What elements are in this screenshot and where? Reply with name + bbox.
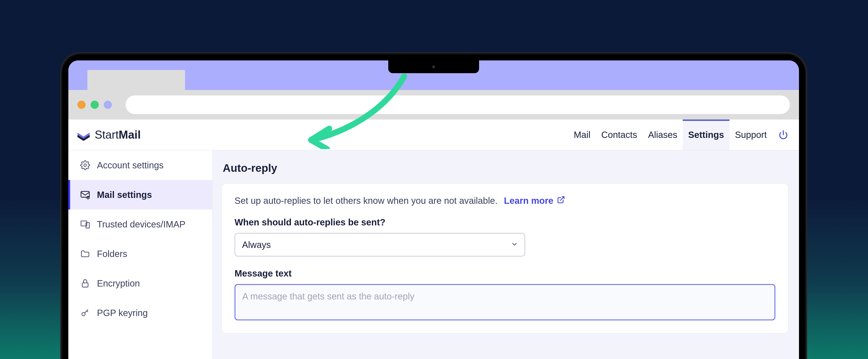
- sidebar-item-trusted-devices[interactable]: Trusted devices/IMAP: [68, 209, 212, 239]
- nav-contacts[interactable]: Contacts: [596, 120, 643, 150]
- browser-tab[interactable]: [87, 70, 185, 90]
- key-icon: [80, 308, 90, 318]
- learn-more-link[interactable]: Learn more: [504, 196, 565, 206]
- app-logo[interactable]: StartMail: [78, 128, 141, 141]
- sidebar-item-pgp-keyring[interactable]: PGP keyring: [68, 298, 212, 328]
- svg-point-1: [84, 164, 87, 167]
- envelope-icon: [78, 130, 90, 139]
- external-link-icon: [557, 196, 565, 206]
- when-select-value: Always: [242, 240, 271, 250]
- sidebar-item-folders[interactable]: Folders: [68, 239, 212, 269]
- lock-icon: [80, 278, 90, 288]
- logo-text-mail: Mail: [119, 128, 141, 141]
- browser-url-bar: [68, 90, 799, 120]
- sidebar-item-label: Account settings: [97, 160, 164, 171]
- svg-point-3: [87, 196, 89, 199]
- sidebar-item-encryption[interactable]: Encryption: [68, 269, 212, 298]
- laptop-frame: StartMail Mail Contacts Aliases Settings…: [62, 55, 805, 359]
- card-description: Set up auto-replies to let others know w…: [235, 196, 497, 206]
- learn-more-label: Learn more: [504, 196, 553, 206]
- sidebar-item-account-settings[interactable]: Account settings: [68, 150, 212, 180]
- window-traffic-lights: [78, 101, 112, 109]
- sidebar-item-label: PGP keyring: [97, 308, 148, 318]
- nav-aliases[interactable]: Aliases: [643, 120, 683, 150]
- devices-icon: [80, 219, 90, 229]
- settings-sidebar: Account settings Mail settings Trusted d…: [68, 150, 213, 359]
- mail-gear-icon: [80, 190, 90, 200]
- sidebar-item-label: Trusted devices/IMAP: [97, 219, 186, 230]
- folder-icon: [80, 249, 90, 259]
- svg-line-8: [560, 197, 564, 201]
- power-icon[interactable]: [779, 120, 788, 150]
- laptop-notch: [388, 60, 479, 73]
- auto-reply-card: Set up auto-replies to let others know w…: [222, 184, 788, 333]
- nav-mail[interactable]: Mail: [568, 120, 596, 150]
- main-content: Auto-reply Set up auto-replies to let ot…: [213, 150, 799, 359]
- svg-rect-6: [82, 283, 88, 287]
- nav-support[interactable]: Support: [730, 120, 772, 150]
- top-nav: Mail Contacts Aliases Settings Support: [568, 120, 788, 150]
- browser-url-field[interactable]: [126, 95, 790, 114]
- page-title: Auto-reply: [223, 162, 788, 174]
- app-header: StartMail Mail Contacts Aliases Settings…: [68, 120, 799, 150]
- gear-icon: [80, 160, 90, 170]
- chevron-down-icon: [511, 240, 518, 250]
- window-zoom-dot[interactable]: [104, 101, 112, 109]
- sidebar-item-label: Folders: [97, 249, 127, 259]
- window-minimize-dot[interactable]: [91, 101, 99, 109]
- message-text-input[interactable]: [235, 284, 775, 320]
- svg-point-7: [82, 312, 85, 316]
- sidebar-item-label: Encryption: [97, 278, 140, 289]
- logo-text-start: Start: [95, 128, 119, 141]
- window-close-dot[interactable]: [78, 101, 86, 109]
- laptop-screen: StartMail Mail Contacts Aliases Settings…: [68, 60, 799, 359]
- message-text-label: Message text: [235, 268, 775, 278]
- sidebar-item-mail-settings[interactable]: Mail settings: [68, 180, 212, 209]
- sidebar-item-label: Mail settings: [97, 190, 152, 200]
- nav-settings[interactable]: Settings: [683, 120, 730, 150]
- when-label: When should auto-replies be sent?: [235, 217, 775, 228]
- when-select[interactable]: Always: [235, 233, 525, 257]
